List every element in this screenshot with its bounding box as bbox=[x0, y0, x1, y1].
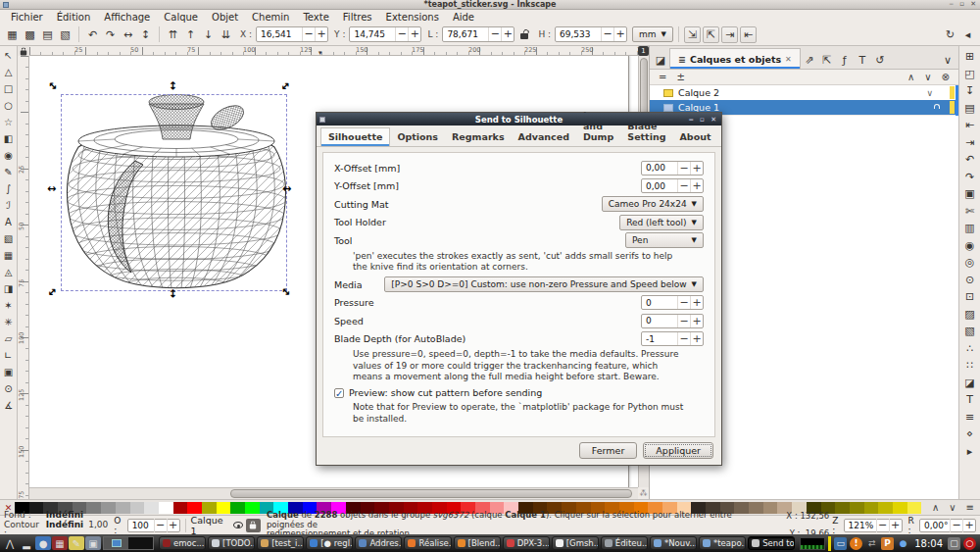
updates-arrows-icon[interactable]: ⇄ bbox=[865, 537, 878, 550]
color-swatch[interactable] bbox=[159, 502, 173, 514]
menu-item[interactable]: Aide bbox=[446, 11, 481, 24]
export-icon[interactable]: ⇥ bbox=[961, 134, 979, 152]
y-input[interactable]: 14,745 bbox=[350, 29, 395, 39]
y-decrement-button[interactable]: − bbox=[395, 27, 408, 41]
text-tool-icon[interactable]: A bbox=[1, 214, 17, 230]
close-icon[interactable]: ✕ bbox=[785, 55, 792, 64]
color-swatch[interactable] bbox=[230, 502, 245, 514]
menu-item[interactable]: Édition bbox=[50, 11, 98, 24]
height-decrement-button[interactable]: − bbox=[601, 27, 613, 41]
workspace-switcher[interactable] bbox=[103, 536, 154, 550]
x-offset-decrement[interactable]: − bbox=[677, 162, 690, 175]
blade-depth-decrement[interactable]: − bbox=[677, 332, 690, 345]
pages-tool-icon[interactable]: ▣ bbox=[1, 364, 17, 380]
dropper-tool-icon[interactable]: ◬ bbox=[1, 264, 17, 280]
connector-tool-icon[interactable]: ∟ bbox=[1, 347, 17, 364]
color-swatch[interactable] bbox=[245, 502, 260, 514]
tab-regmarks[interactable]: Regmarks bbox=[445, 128, 512, 146]
tab-silhouette[interactable]: Silhouette bbox=[320, 127, 390, 146]
box3d-tool-icon[interactable]: ◧ bbox=[1, 130, 17, 147]
pencil-tool-icon[interactable]: ✎ bbox=[1, 164, 17, 180]
taskbar-window-button[interactable]: emoc... bbox=[159, 536, 206, 550]
xml-editor-icon[interactable]: ⋄ bbox=[961, 426, 979, 443]
selection-box[interactable] bbox=[61, 94, 287, 291]
color-swatch[interactable] bbox=[130, 502, 145, 514]
x-offset-input[interactable]: 0,00 bbox=[642, 163, 677, 173]
tab-layers-and-objects[interactable]: ≡ Calques et objets ✕ bbox=[669, 48, 801, 69]
x-offset-increment[interactable]: + bbox=[690, 162, 703, 175]
undo-icon[interactable]: ↶ bbox=[961, 151, 979, 169]
selection-handle-e[interactable]: ↔ bbox=[282, 184, 291, 194]
taskbar-window-button[interactable]: [● regl... bbox=[306, 536, 353, 550]
palette-menu-button[interactable]: ≡ bbox=[962, 502, 978, 513]
width-input[interactable]: 78,671 bbox=[443, 29, 488, 39]
horizontal-scrollbar[interactable] bbox=[29, 487, 638, 499]
color-swatch[interactable] bbox=[116, 502, 130, 514]
selector-tool-icon[interactable]: ↖ bbox=[1, 47, 17, 64]
color-swatch[interactable] bbox=[173, 502, 188, 514]
selection-handle-sw[interactable]: ↔ bbox=[46, 285, 60, 299]
taskbar-window-button[interactable]: *teapo... bbox=[699, 536, 746, 550]
raise-icon[interactable]: ↑ bbox=[182, 26, 199, 43]
star-tool-icon[interactable]: ☆ bbox=[1, 114, 17, 130]
scale-corners-toggle-icon[interactable]: ⇱ bbox=[703, 26, 719, 43]
eraser-tool-icon[interactable]: ▱ bbox=[1, 330, 17, 347]
taskbar-window-button[interactable]: Éditeu... bbox=[601, 536, 648, 550]
x-input[interactable]: 16,541 bbox=[257, 29, 302, 39]
open-document-icon[interactable]: ◰ bbox=[961, 66, 979, 83]
paste-icon[interactable]: ▥ bbox=[961, 220, 979, 237]
media-select[interactable]: [P>0 S>0 D>=0] Custom: use non-zero Pres… bbox=[384, 276, 704, 292]
redo-icon[interactable]: ↷ bbox=[961, 169, 979, 186]
color-swatch[interactable] bbox=[202, 502, 217, 514]
height-input[interactable]: 69,533 bbox=[556, 29, 601, 39]
show-desktop-launcher-icon[interactable]: ▂ bbox=[19, 536, 34, 550]
taskbar-window-button[interactable]: Send to... bbox=[748, 536, 795, 550]
dock-tab-path-effects-icon[interactable]: ƒ bbox=[836, 51, 854, 69]
menu-item[interactable]: Objet bbox=[205, 11, 245, 24]
lock-ratio-toggle[interactable] bbox=[515, 26, 532, 43]
cut-icon[interactable]: ✄ bbox=[961, 203, 979, 221]
window-list-launcher-icon[interactable]: ▣ bbox=[85, 536, 101, 550]
mesh-tool-icon[interactable]: ▦ bbox=[1, 247, 17, 264]
cutting-mat-select[interactable]: Cameo Pro 24x24▼ bbox=[602, 196, 704, 212]
palette-scroll-up-button[interactable]: ∧ bbox=[928, 502, 943, 513]
add-layer-button[interactable]: ± bbox=[671, 72, 689, 82]
package-manager-launcher-icon[interactable]: ▦ bbox=[52, 536, 68, 550]
notes-launcher-icon[interactable]: ✎ bbox=[69, 536, 84, 550]
zoom-increment-button[interactable]: + bbox=[889, 519, 902, 532]
selection-handle-w[interactable]: ↔ bbox=[47, 184, 56, 194]
color-swatch[interactable] bbox=[144, 502, 159, 514]
selection-handle-ne[interactable]: ↔ bbox=[279, 79, 293, 93]
taskbar-window-button[interactable]: [Blend... bbox=[454, 536, 501, 550]
paint-bucket-tool-icon[interactable]: ◨ bbox=[1, 280, 17, 297]
dialog-window-controls[interactable]: ‒ ▫ ✕ bbox=[689, 116, 718, 124]
duplicate-icon[interactable]: ▣ bbox=[961, 185, 979, 203]
zoom-decrement-button[interactable]: − bbox=[876, 519, 889, 532]
taskbar-window-button[interactable]: DPX-3... bbox=[503, 536, 550, 550]
dock-tab-objects-icon[interactable]: ⇗ bbox=[801, 51, 818, 69]
fill-stroke-dialog-tab[interactable]: ◪ bbox=[652, 51, 669, 69]
y-offset-decrement[interactable]: − bbox=[677, 179, 690, 192]
web-browser-launcher-icon[interactable]: ● bbox=[35, 536, 51, 550]
color-swatch[interactable] bbox=[835, 502, 850, 514]
display-icon[interactable]: ▢ bbox=[948, 537, 960, 550]
duplicate-layer-icon[interactable]: ▧ bbox=[961, 323, 979, 340]
scale-stroke-toggle-icon[interactable]: ⇲ bbox=[684, 26, 701, 43]
menu-item[interactable]: Chemin bbox=[245, 11, 296, 24]
color-swatch[interactable] bbox=[217, 502, 231, 514]
close-button[interactable]: Fermer bbox=[579, 442, 638, 459]
horizontal-scrollbar-thumb[interactable] bbox=[230, 489, 632, 498]
text-dialog-icon[interactable]: T bbox=[961, 391, 979, 409]
speed-input[interactable]: 0 bbox=[642, 316, 677, 326]
horizontal-ruler[interactable]: 255075100125150175200225250275 ▾ bbox=[29, 46, 638, 56]
palette-scroll-down-button[interactable]: ∨ bbox=[945, 502, 959, 513]
y-increment-button[interactable]: + bbox=[408, 27, 420, 41]
dock-tab-export-icon[interactable]: ⇱ bbox=[818, 51, 836, 69]
opacity-decrement-button[interactable]: − bbox=[154, 519, 167, 532]
select-all-icon[interactable]: ▦ bbox=[4, 26, 21, 43]
y-offset-increment[interactable]: + bbox=[690, 179, 703, 192]
layers-dialog-icon[interactable]: ≡ bbox=[961, 409, 979, 427]
overflow-arrow-icon[interactable]: ▸ bbox=[961, 443, 979, 461]
network-icon[interactable]: ▭ bbox=[834, 537, 847, 550]
width-increment-button[interactable]: + bbox=[501, 27, 514, 41]
